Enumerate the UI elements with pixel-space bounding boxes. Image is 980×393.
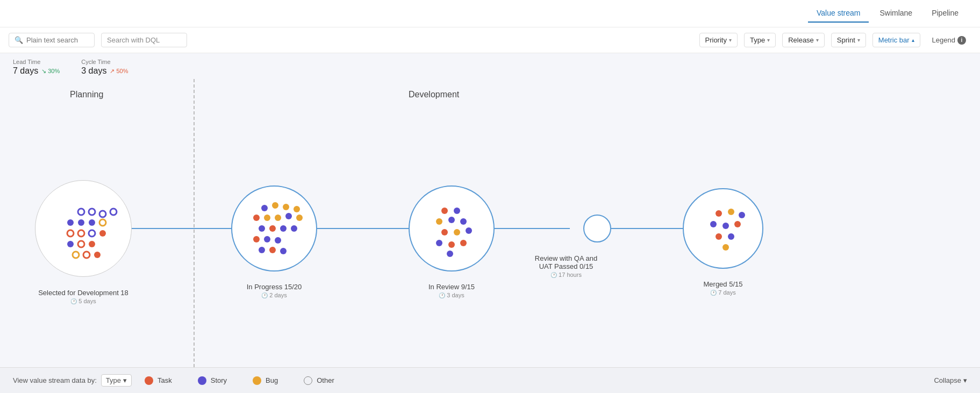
node-inprogress-title: In Progress 15/20 bbox=[247, 283, 302, 291]
svg-point-43 bbox=[454, 229, 460, 235]
chevron-down-icon: ▾ bbox=[767, 37, 770, 43]
priority-label: Priority bbox=[705, 36, 727, 44]
svg-point-38 bbox=[454, 208, 460, 214]
cycle-time-value-container: 3 days ↗ 50% bbox=[81, 66, 128, 76]
chevron-down-icon: ▾ bbox=[857, 37, 860, 43]
sprint-filter[interactable]: Sprint ▾ bbox=[831, 33, 866, 47]
svg-point-1 bbox=[89, 209, 95, 215]
node-selected-time: 🕐 5 days bbox=[38, 298, 128, 304]
cycle-time-change: ↗ 50% bbox=[110, 68, 128, 75]
view-by-container: View value stream data by: Type ▾ bbox=[13, 374, 132, 387]
cycle-time-metric: Cycle Time 3 days ↗ 50% bbox=[81, 59, 128, 76]
legend-bug: Bug bbox=[253, 376, 278, 385]
tab-pipeline[interactable]: Pipeline bbox=[923, 4, 967, 23]
bug-label: Bug bbox=[266, 376, 278, 384]
view-by-label: View value stream data by: bbox=[13, 376, 97, 384]
connector-line-2 bbox=[317, 228, 409, 229]
tab-value-stream[interactable]: Value stream bbox=[808, 4, 869, 23]
svg-point-8 bbox=[67, 230, 74, 237]
plain-text-search-input[interactable] bbox=[26, 36, 89, 44]
svg-point-14 bbox=[89, 241, 95, 247]
svg-point-15 bbox=[73, 252, 79, 258]
legend-story: Story bbox=[198, 376, 227, 385]
svg-point-51 bbox=[739, 212, 745, 218]
svg-point-24 bbox=[275, 215, 281, 221]
dots-merged bbox=[684, 189, 764, 270]
svg-point-27 bbox=[259, 225, 265, 232]
svg-point-18 bbox=[261, 205, 268, 211]
lead-time-change: ↘ 30% bbox=[41, 68, 60, 75]
view-by-select[interactable]: Type ▾ bbox=[101, 374, 132, 387]
svg-point-36 bbox=[280, 248, 287, 254]
collapse-button[interactable]: Collapse ▾ bbox=[934, 376, 967, 384]
search-icon: 🔍 bbox=[15, 36, 23, 44]
node-selected-for-dev[interactable]: Selected for Development 18 🕐 5 days bbox=[35, 180, 132, 277]
svg-point-49 bbox=[716, 210, 722, 217]
legend-label: Legend bbox=[932, 36, 955, 44]
node-inprogress-info: In Progress 15/20 🕐 2 days bbox=[247, 283, 302, 298]
svg-point-0 bbox=[78, 209, 84, 215]
release-filter[interactable]: Release ▾ bbox=[782, 33, 825, 47]
svg-point-2 bbox=[99, 211, 106, 217]
priority-filter[interactable]: Priority ▾ bbox=[699, 33, 738, 47]
svg-point-33 bbox=[275, 237, 281, 244]
clock-icon: 🕐 bbox=[710, 290, 717, 296]
node-merged-time: 🕐 7 days bbox=[704, 289, 743, 296]
node-inprogress-time: 🕐 2 days bbox=[247, 292, 302, 298]
lead-time-value: 7 days bbox=[13, 66, 38, 76]
svg-point-3 bbox=[110, 209, 117, 215]
main-canvas: Planning Development bbox=[0, 79, 980, 367]
dql-search-container[interactable]: Search with DQL bbox=[101, 33, 187, 47]
svg-point-37 bbox=[441, 208, 448, 214]
node-selected-info: Selected for Development 18 🕐 5 days bbox=[38, 289, 128, 304]
bug-dot bbox=[253, 376, 261, 385]
cycle-time-value: 3 days bbox=[81, 66, 106, 76]
svg-point-25 bbox=[285, 213, 292, 219]
legend-task: Task bbox=[145, 376, 172, 385]
type-label: Type bbox=[750, 36, 765, 44]
svg-point-32 bbox=[264, 236, 270, 242]
svg-point-35 bbox=[269, 247, 276, 253]
svg-point-39 bbox=[436, 218, 442, 225]
svg-point-4 bbox=[67, 219, 74, 226]
chevron-down-icon: ▾ bbox=[816, 37, 819, 43]
svg-point-22 bbox=[253, 215, 260, 221]
svg-point-17 bbox=[94, 252, 101, 258]
metric-bar-button[interactable]: Metric bar ▴ bbox=[872, 33, 920, 47]
metric-bar-label: Metric bar bbox=[878, 36, 910, 44]
svg-point-16 bbox=[83, 252, 90, 258]
dots-in-progress bbox=[232, 187, 318, 273]
svg-point-13 bbox=[78, 241, 84, 247]
plain-text-search-container[interactable]: 🔍 bbox=[9, 33, 95, 47]
svg-point-30 bbox=[291, 225, 297, 232]
node-in-review[interactable]: In Review 9/15 🕐 3 days bbox=[409, 185, 495, 271]
connector-line-3 bbox=[495, 228, 570, 229]
svg-point-50 bbox=[728, 209, 734, 215]
svg-point-11 bbox=[99, 230, 106, 237]
clock-icon: 🕐 bbox=[439, 292, 445, 298]
clock-icon: 🕐 bbox=[70, 298, 77, 304]
other-dot bbox=[304, 376, 312, 385]
other-label: Other bbox=[317, 376, 334, 384]
node-merged[interactable]: Merged 5/15 🕐 7 days bbox=[683, 188, 763, 269]
metrics-row: Lead Time 7 days ↘ 30% Cycle Time 3 days… bbox=[0, 53, 980, 79]
lead-time-metric: Lead Time 7 days ↘ 30% bbox=[13, 59, 60, 76]
node-in-progress[interactable]: In Progress 15/20 🕐 2 days bbox=[231, 185, 317, 271]
node-review-qa[interactable]: Review with QA and UAT Passed 0/15 🕐 17 … bbox=[583, 215, 611, 242]
stage-divider bbox=[194, 79, 195, 367]
legend-button[interactable]: Legend i bbox=[927, 33, 971, 47]
dots-selected bbox=[35, 181, 132, 277]
svg-point-45 bbox=[436, 240, 442, 246]
svg-point-46 bbox=[448, 241, 455, 248]
tab-swimlane[interactable]: Swimlane bbox=[871, 4, 921, 23]
svg-point-10 bbox=[89, 230, 95, 237]
type-filter[interactable]: Type ▾ bbox=[744, 33, 776, 47]
chevron-down-icon: ▾ bbox=[963, 376, 967, 384]
svg-point-52 bbox=[710, 221, 717, 227]
development-stage-label: Development bbox=[409, 90, 459, 99]
svg-point-31 bbox=[253, 236, 260, 242]
planning-stage-label: Planning bbox=[70, 90, 103, 99]
info-icon: i bbox=[957, 36, 966, 45]
view-by-selected: Type bbox=[106, 376, 121, 384]
chevron-down-icon: ▾ bbox=[123, 376, 127, 384]
